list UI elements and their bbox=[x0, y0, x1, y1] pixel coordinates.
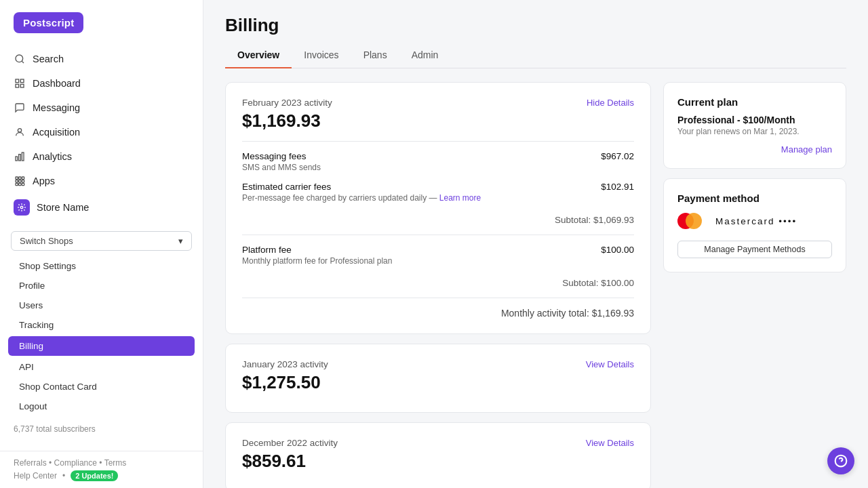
fee-row-platform: Platform fee Monthly platform fee for Pr… bbox=[242, 245, 634, 266]
switch-shops-button[interactable]: Switch Shops ▾ bbox=[11, 231, 192, 251]
fee-amount-messaging: $967.02 bbox=[601, 151, 634, 161]
svg-rect-8 bbox=[22, 152, 24, 161]
activity-header-jan: January 2023 activity $1,275.50 View Det… bbox=[242, 359, 634, 393]
sub-menu-users[interactable]: Users bbox=[0, 296, 203, 315]
activity-amount-feb: $1,169.93 bbox=[242, 110, 332, 131]
svg-rect-16 bbox=[19, 183, 21, 185]
sidebar-item-search-label: Search bbox=[33, 54, 64, 64]
message-icon bbox=[14, 102, 26, 114]
manage-plan-link[interactable]: Manage plan bbox=[677, 144, 832, 155]
activity-period-dec: December 2022 activity bbox=[242, 438, 338, 448]
mastercard-icon bbox=[677, 211, 707, 231]
fee-label-platform: Platform fee bbox=[242, 245, 392, 255]
chevron-down-icon: ▾ bbox=[178, 236, 183, 246]
footer-link-row: Referrals • Compliance • Terms bbox=[14, 458, 189, 468]
billing-side: Current plan Professional - $100/Month Y… bbox=[663, 82, 846, 488]
fee-label-carrier: Estimated carrier fees bbox=[242, 182, 481, 192]
svg-rect-12 bbox=[16, 180, 18, 182]
fee-amount-platform: $100.00 bbox=[601, 245, 634, 255]
page-title: Billing bbox=[225, 15, 846, 36]
fee-sub-carrier: Per-message fee charged by carriers upda… bbox=[242, 193, 481, 203]
current-plan-title: Current plan bbox=[677, 96, 832, 108]
current-plan-card: Current plan Professional - $100/Month Y… bbox=[663, 82, 846, 169]
sub-menu-api[interactable]: API bbox=[0, 357, 203, 377]
sidebar-item-acquisition-label: Acquisition bbox=[33, 127, 80, 138]
svg-rect-2 bbox=[20, 79, 24, 83]
sub-menu-logout[interactable]: Logout bbox=[0, 396, 203, 416]
fee-label-messaging: Messaging fees bbox=[242, 151, 321, 161]
acquisition-icon bbox=[14, 126, 26, 138]
plan-name: Professional - $100/Month bbox=[677, 115, 832, 125]
help-row: Help Center • 2 Updates! bbox=[14, 470, 189, 481]
fee-sub-messaging: SMS and MMS sends bbox=[242, 163, 321, 172]
sidebar-store-label: Store Name bbox=[37, 202, 89, 213]
sidebar-item-apps-label: Apps bbox=[33, 176, 55, 186]
svg-point-18 bbox=[20, 206, 23, 209]
tab-plans[interactable]: Plans bbox=[351, 44, 399, 68]
hide-details-link-feb[interactable]: Hide Details bbox=[587, 98, 634, 108]
activity-card-jan2023: January 2023 activity $1,275.50 View Det… bbox=[225, 344, 651, 413]
svg-rect-15 bbox=[16, 183, 18, 185]
svg-rect-6 bbox=[16, 157, 18, 161]
payment-method-title: Payment method bbox=[677, 192, 832, 204]
sidebar-item-store[interactable]: Store Name bbox=[0, 193, 203, 222]
tabs-bar: Overview Invoices Plans Admin bbox=[225, 44, 846, 68]
help-fab-button[interactable] bbox=[827, 447, 854, 474]
sidebar-item-messaging-label: Messaging bbox=[33, 102, 80, 113]
sub-menu-shop-contact-card[interactable]: Shop Contact Card bbox=[0, 377, 203, 396]
svg-rect-4 bbox=[16, 84, 19, 87]
svg-rect-9 bbox=[16, 177, 18, 179]
terms-link[interactable]: Terms bbox=[104, 458, 127, 468]
sidebar: Postscript Search Dashboard Messaging bbox=[0, 0, 203, 488]
fee-amount-carrier: $102.91 bbox=[601, 182, 634, 192]
sidebar-item-search[interactable]: Search bbox=[0, 47, 203, 71]
activity-amount-dec: $859.61 bbox=[242, 451, 338, 472]
view-details-link-jan[interactable]: View Details bbox=[586, 359, 634, 369]
subscribers-count: 6,737 total subscribers bbox=[0, 420, 203, 441]
svg-rect-13 bbox=[19, 180, 21, 182]
sidebar-item-dashboard[interactable]: Dashboard bbox=[0, 71, 203, 96]
svg-rect-3 bbox=[20, 84, 24, 87]
updates-badge[interactable]: 2 Updates! bbox=[71, 470, 118, 481]
main-content: Billing Overview Invoices Plans Admin Fe… bbox=[203, 0, 868, 488]
store-icon bbox=[14, 199, 30, 216]
sub-menu-shop-settings[interactable]: Shop Settings bbox=[0, 256, 203, 276]
sub-menu: Switch Shops ▾ Shop Settings Profile Use… bbox=[0, 224, 203, 420]
activity-header-dec: December 2022 activity $859.61 View Deta… bbox=[242, 438, 634, 472]
tab-overview[interactable]: Overview bbox=[225, 44, 292, 68]
svg-rect-7 bbox=[19, 155, 21, 161]
activity-card-feb2023: February 2023 activity $1,169.93 Hide De… bbox=[225, 82, 651, 334]
referrals-link[interactable]: Referrals bbox=[14, 458, 47, 468]
page-header: Billing Overview Invoices Plans Admin bbox=[203, 0, 868, 68]
content-area: February 2023 activity $1,169.93 Hide De… bbox=[203, 68, 868, 488]
card-label: Mastercard •••• bbox=[715, 216, 797, 226]
logo[interactable]: Postscript bbox=[14, 12, 83, 33]
manage-payment-methods-button[interactable]: Manage Payment Methods bbox=[677, 241, 832, 258]
sidebar-item-analytics[interactable]: Analytics bbox=[0, 144, 203, 169]
learn-more-link[interactable]: Learn more bbox=[439, 193, 481, 203]
activity-amount-jan: $1,275.50 bbox=[242, 372, 328, 393]
billing-main: February 2023 activity $1,169.93 Hide De… bbox=[225, 82, 651, 488]
help-center-link[interactable]: Help Center bbox=[14, 471, 57, 481]
footer-links: Referrals • Compliance • Terms Help Cent… bbox=[0, 451, 203, 488]
sidebar-item-dashboard-label: Dashboard bbox=[33, 78, 81, 89]
svg-rect-10 bbox=[19, 177, 21, 179]
sidebar-item-apps[interactable]: Apps bbox=[0, 169, 203, 193]
sub-menu-billing[interactable]: Billing bbox=[8, 336, 195, 356]
sub-menu-tracking[interactable]: Tracking bbox=[0, 315, 203, 335]
payment-card-row: Mastercard •••• bbox=[677, 211, 832, 231]
subtotal1-row: Subtotal: $1,069.93 bbox=[242, 212, 634, 225]
sub-menu-profile[interactable]: Profile bbox=[0, 276, 203, 296]
view-details-link-dec[interactable]: View Details bbox=[586, 438, 634, 448]
plan-renews: Your plan renews on Mar 1, 2023. bbox=[677, 127, 832, 136]
activity-period-jan: January 2023 activity bbox=[242, 359, 328, 369]
svg-rect-1 bbox=[16, 79, 19, 83]
tab-invoices[interactable]: Invoices bbox=[292, 44, 351, 68]
sidebar-item-acquisition[interactable]: Acquisition bbox=[0, 120, 203, 144]
compliance-link[interactable]: Compliance bbox=[54, 458, 97, 468]
sidebar-item-messaging[interactable]: Messaging bbox=[0, 96, 203, 120]
tab-admin[interactable]: Admin bbox=[399, 44, 451, 68]
svg-point-0 bbox=[16, 55, 23, 62]
svg-rect-11 bbox=[22, 177, 24, 179]
logo-area: Postscript bbox=[0, 0, 203, 44]
